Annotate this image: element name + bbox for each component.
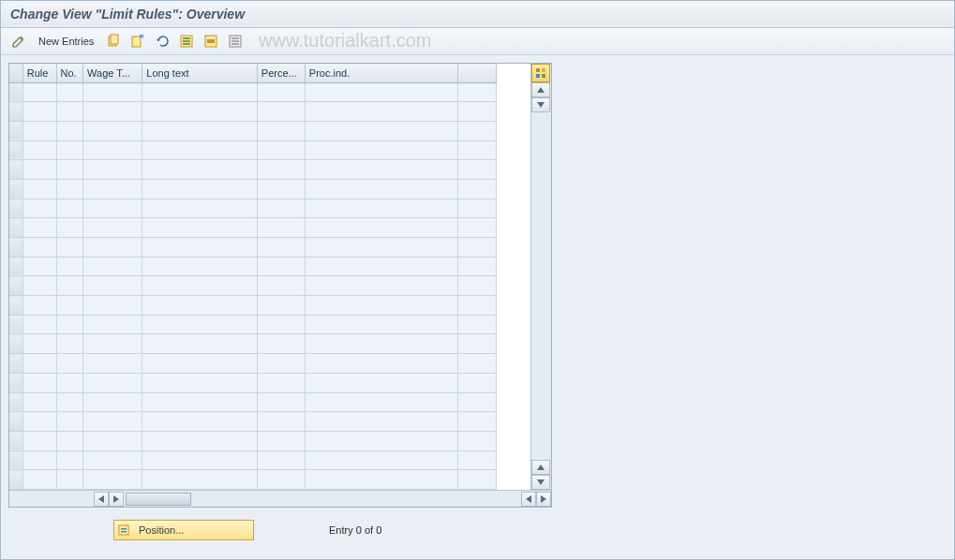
- table-row[interactable]: [9, 121, 497, 140]
- cell-rule[interactable]: [22, 82, 56, 102]
- cell-proc[interactable]: [305, 450, 457, 470]
- table-row[interactable]: [9, 296, 497, 316]
- cell-rule[interactable]: [22, 121, 56, 140]
- cell-wage[interactable]: [83, 450, 142, 470]
- table-row[interactable]: [9, 257, 497, 276]
- cell-rule[interactable]: [22, 238, 56, 258]
- cell-long[interactable]: [142, 354, 257, 374]
- cell-no[interactable]: [56, 354, 83, 374]
- cell-no[interactable]: [56, 392, 83, 412]
- table-row[interactable]: [9, 315, 497, 334]
- cell-rule[interactable]: [22, 315, 56, 334]
- cell-no[interactable]: [56, 431, 83, 450]
- table-row[interactable]: [9, 412, 497, 432]
- cell-wage[interactable]: [83, 315, 142, 334]
- cell-wage[interactable]: [83, 121, 142, 140]
- row-selector[interactable]: [9, 450, 22, 470]
- cell-wage[interactable]: [83, 334, 142, 354]
- cell-wage[interactable]: [83, 140, 142, 160]
- table-row[interactable]: [9, 450, 497, 470]
- cell-long[interactable]: [142, 296, 257, 316]
- table-row[interactable]: [9, 218, 497, 238]
- row-selector[interactable]: [9, 354, 22, 374]
- cell-perc[interactable]: [257, 276, 305, 296]
- row-selector[interactable]: [9, 431, 22, 450]
- cell-rule[interactable]: [22, 354, 56, 374]
- cell-long[interactable]: [142, 82, 257, 102]
- cell-proc[interactable]: [305, 199, 457, 218]
- cell-no[interactable]: [56, 334, 83, 354]
- column-header-wage-type[interactable]: Wage T...: [83, 64, 142, 82]
- column-header-proc-ind[interactable]: Proc.ind.: [305, 64, 457, 82]
- cell-no[interactable]: [56, 140, 83, 160]
- cell-no[interactable]: [56, 121, 83, 140]
- cell-proc[interactable]: [305, 334, 457, 354]
- row-selector[interactable]: [9, 373, 22, 392]
- cell-long[interactable]: [142, 392, 257, 412]
- cell-perc[interactable]: [257, 412, 305, 432]
- table-row[interactable]: [9, 334, 497, 354]
- cell-long[interactable]: [142, 470, 257, 490]
- cell-no[interactable]: [56, 315, 83, 334]
- cell-perc[interactable]: [257, 160, 305, 180]
- cell-perc[interactable]: [257, 102, 305, 122]
- cell-perc[interactable]: [257, 373, 305, 392]
- column-header-rule[interactable]: Rule: [22, 64, 56, 82]
- cell-long[interactable]: [142, 257, 257, 276]
- table-row[interactable]: [9, 470, 497, 490]
- cell-wage[interactable]: [83, 179, 142, 199]
- cell-rule[interactable]: [22, 179, 56, 199]
- row-selector-header[interactable]: [9, 64, 22, 82]
- row-selector[interactable]: [9, 238, 22, 258]
- cell-long[interactable]: [142, 140, 257, 160]
- cell-wage[interactable]: [83, 470, 142, 490]
- cell-no[interactable]: [56, 412, 83, 432]
- scroll-left-icon[interactable]: [94, 492, 109, 507]
- row-selector[interactable]: [9, 392, 22, 412]
- cell-rule[interactable]: [22, 334, 56, 354]
- cell-proc[interactable]: [305, 160, 457, 180]
- cell-no[interactable]: [56, 470, 83, 490]
- scroll-down-icon[interactable]: [531, 475, 550, 490]
- cell-long[interactable]: [142, 276, 257, 296]
- cell-proc[interactable]: [305, 82, 457, 102]
- copy-icon[interactable]: [103, 32, 124, 51]
- cell-long[interactable]: [142, 412, 257, 432]
- undo-icon[interactable]: [152, 32, 172, 51]
- cell-wage[interactable]: [83, 160, 142, 180]
- cell-proc[interactable]: [305, 431, 457, 450]
- cell-long[interactable]: [142, 218, 257, 238]
- cell-no[interactable]: [56, 199, 83, 218]
- cell-wage[interactable]: [83, 199, 142, 218]
- row-selector[interactable]: [9, 257, 22, 276]
- cell-perc[interactable]: [257, 82, 305, 102]
- cell-perc[interactable]: [257, 121, 305, 140]
- cell-rule[interactable]: [22, 412, 56, 432]
- cell-rule[interactable]: [22, 373, 56, 392]
- cell-no[interactable]: [56, 160, 83, 180]
- scroll-thumb-horizontal[interactable]: [126, 493, 191, 506]
- cell-wage[interactable]: [83, 392, 142, 412]
- position-button[interactable]: Position...: [113, 520, 254, 540]
- cell-perc[interactable]: [257, 354, 305, 374]
- cell-proc[interactable]: [305, 296, 457, 316]
- table-settings-icon[interactable]: [531, 64, 550, 82]
- row-selector[interactable]: [9, 160, 22, 180]
- row-selector[interactable]: [9, 276, 22, 296]
- scroll-up-bottom-icon[interactable]: [531, 460, 550, 475]
- cell-long[interactable]: [142, 121, 257, 140]
- cell-proc[interactable]: [305, 373, 457, 392]
- cell-perc[interactable]: [257, 179, 305, 199]
- cell-rule[interactable]: [22, 470, 56, 490]
- cell-wage[interactable]: [83, 218, 142, 238]
- delete-icon[interactable]: [127, 32, 148, 51]
- row-selector[interactable]: [9, 121, 22, 140]
- row-selector[interactable]: [9, 315, 22, 334]
- row-selector[interactable]: [9, 102, 22, 122]
- cell-perc[interactable]: [257, 238, 305, 258]
- cell-long[interactable]: [142, 315, 257, 334]
- cell-long[interactable]: [142, 199, 257, 218]
- row-selector[interactable]: [9, 334, 22, 354]
- cell-wage[interactable]: [83, 431, 142, 450]
- cell-rule[interactable]: [22, 450, 56, 470]
